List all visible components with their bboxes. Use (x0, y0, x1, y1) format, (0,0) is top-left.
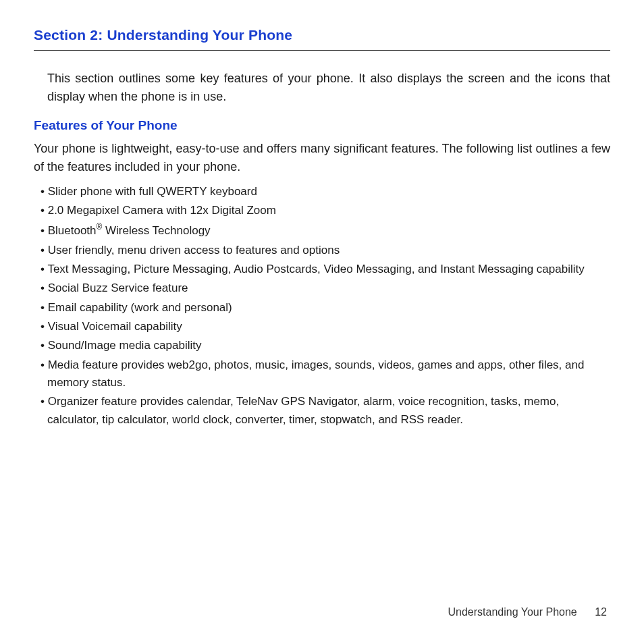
list-item: Visual Voicemail capability (41, 318, 610, 336)
footer-label: Understanding Your Phone (448, 606, 576, 618)
list-item: Text Messaging, Picture Messaging, Audio… (41, 261, 610, 278)
list-item: Sound/Image media capability (41, 337, 610, 354)
list-item: Social Buzz Service feature (41, 279, 610, 297)
list-item: Bluetooth® Wireless Technology (41, 221, 610, 240)
list-item: User friendly, menu driven access to fea… (41, 242, 610, 259)
page-number: 12 (595, 606, 607, 618)
features-heading: Features of Your Phone (34, 118, 610, 133)
list-item: Email capability (work and personal) (41, 299, 610, 317)
section-title: Section 2: Understanding Your Phone (34, 27, 610, 51)
list-item: Media feature provides web2go, photos, m… (41, 356, 610, 392)
list-item: Organizer feature provides calendar, Tel… (41, 393, 610, 429)
features-list: Slider phone with full QWERTY keyboard 2… (34, 183, 610, 429)
list-item-text: Bluetooth® Wireless Technology (48, 224, 211, 237)
page-footer: Understanding Your Phone 12 (448, 606, 607, 618)
features-intro: Your phone is lightweight, easy-to-use a… (34, 140, 610, 176)
list-item: Slider phone with full QWERTY keyboard (41, 183, 610, 200)
list-item: 2.0 Megapixel Camera with 12x Digital Zo… (41, 202, 610, 219)
intro-paragraph: This section outlines some key features … (47, 70, 610, 106)
